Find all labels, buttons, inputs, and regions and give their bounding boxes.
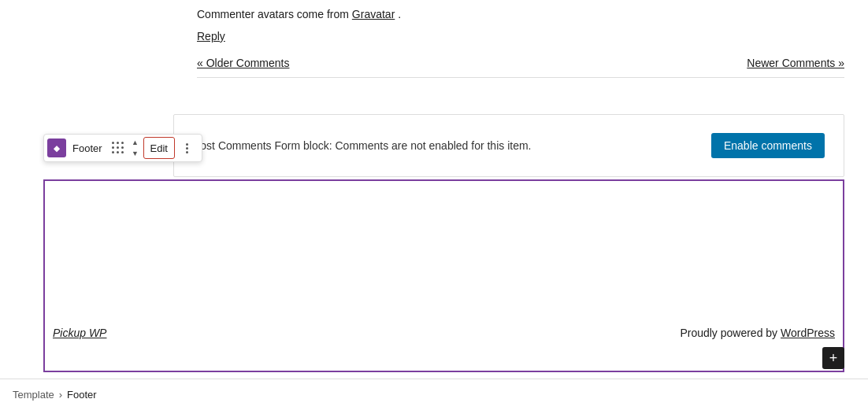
newer-comments-link[interactable]: Newer Comments » [747, 57, 844, 69]
wordpress-link[interactable]: WordPress [781, 327, 835, 339]
breadcrumb-template[interactable]: Template [13, 389, 54, 401]
more-options-icon [184, 140, 191, 157]
move-up-icon[interactable]: ▲ [129, 137, 142, 148]
more-options-button[interactable] [176, 137, 198, 159]
comment-section: Commenter avatars come from Gravatar . R… [173, 0, 868, 86]
breadcrumb-separator: › [59, 389, 62, 401]
reply-link[interactable]: Reply [197, 30, 225, 42]
move-down-icon[interactable]: ▼ [129, 148, 142, 159]
comment-form-notice: Post Comments Form block: Comments are n… [173, 114, 844, 177]
block-toolbar-wrapper: ◆ Footer ▲ ▼ Edit [43, 134, 202, 162]
notice-text: Post Comments Form block: Comments are n… [193, 139, 532, 152]
footer-block: Pickup WP Proudly powered by WordPress [43, 179, 844, 372]
footer-content: Pickup WP Proudly powered by WordPress [45, 327, 843, 339]
gravatar-link[interactable]: Gravatar [352, 8, 395, 20]
site-name-link[interactable]: Pickup WP [53, 327, 106, 339]
add-block-button[interactable]: + [822, 347, 844, 369]
drag-handle[interactable] [109, 139, 128, 157]
powered-by-text: Proudly powered by WordPress [680, 327, 835, 339]
block-name-label: Footer [68, 142, 107, 154]
edit-button[interactable]: Edit [143, 137, 175, 159]
gravatar-text: Commenter avatars come from Gravatar . [197, 8, 844, 20]
enable-comments-button[interactable]: Enable comments [711, 133, 825, 158]
bottom-bar: Template › Footer [0, 379, 868, 410]
breadcrumb-current: Footer [67, 389, 97, 401]
block-type-icon: ◆ [47, 139, 66, 157]
block-toolbar: ◆ Footer ▲ ▼ Edit [43, 134, 202, 162]
move-block-arrows[interactable]: ▲ ▼ [129, 137, 142, 159]
comments-navigation: « Older Comments Newer Comments » [197, 57, 844, 78]
older-comments-link[interactable]: « Older Comments [197, 57, 289, 69]
